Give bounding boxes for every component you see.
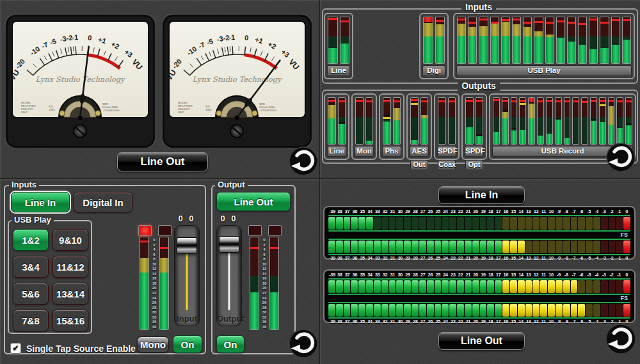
level-meter-bar: [340, 17, 350, 64]
level-meter-bar: [600, 17, 609, 64]
io-control-panel: Inputs Line In Digital In USB Play 1&29&…: [0, 179, 320, 364]
usb-pair-button-15-16[interactable]: 15&16: [52, 310, 88, 331]
level-meter-bar: [338, 97, 346, 145]
level-meter-bar: [511, 97, 518, 145]
level-meter-bar: [599, 97, 606, 145]
bridge-group-aes: AESOut: [406, 93, 432, 160]
level-meter-bar: [589, 17, 598, 64]
bridge-group-sublabel: Coax: [438, 160, 455, 170]
output-fader: Output: [216, 225, 242, 326]
usb-pair-button-13-14[interactable]: 13&14: [52, 283, 88, 305]
line-in-button[interactable]: Line In: [11, 192, 70, 212]
level-meter-bar: [365, 97, 374, 145]
hmeter-segment-bar: [328, 216, 630, 230]
db-scale: 024681012141618202224262830333640: [260, 238, 269, 329]
level-meter-bar: [625, 97, 632, 145]
single-tap-checkbox-label: Single Tap Source Enable: [26, 344, 136, 354]
level-meter-bar: [465, 97, 474, 145]
output-fader-handle[interactable]: [219, 236, 239, 253]
output-fader-label: Output: [217, 314, 241, 324]
usb-pair-button-9-10[interactable]: 9&10: [52, 229, 88, 251]
usb-pair-button-1-2[interactable]: 1&2: [13, 229, 49, 251]
level-meter-bar: [420, 97, 429, 145]
input-fader-label: Input: [175, 314, 199, 324]
hmeter-segment-bar: [328, 280, 630, 294]
svg-text:+7500Ω/1000~: +7500Ω/1000~: [102, 109, 121, 112]
circular-arrow-icon: [288, 328, 319, 359]
level-meter-bar: [393, 97, 401, 145]
fs-label: FS: [620, 232, 628, 238]
output-line-out-button[interactable]: Line Out: [216, 192, 291, 211]
level-meter-bar: [457, 17, 466, 64]
bridge-group-spdf: SPDFOpt: [461, 93, 487, 160]
vu-reset-button[interactable]: [288, 146, 319, 177]
clip-indicator: [248, 225, 262, 236]
bridge-group-digi: Digi: [419, 13, 449, 79]
level-meter-bar: [545, 17, 554, 64]
input-fader-value: 0 0: [174, 214, 200, 223]
level-meter-bar: [622, 17, 631, 64]
level-meter-bar: [564, 97, 571, 145]
usb-pair-button-5-6[interactable]: 5&6: [13, 283, 49, 305]
vu-meter-left: -20-10-7-5-3-2-10+1+2+3VUVULynx Studio T…: [5, 14, 156, 148]
output-group-label: Output: [215, 180, 248, 189]
level-meter-bar: [479, 17, 488, 64]
channel-meter-bar: [269, 237, 279, 330]
level-meter-bar: [438, 97, 446, 145]
level-meter-bar: [590, 97, 597, 145]
usb-pair-button-7-8[interactable]: 7&8: [13, 310, 49, 331]
bridge-group-line: Line: [324, 93, 349, 160]
input-on-button[interactable]: On: [173, 335, 202, 353]
input-fader-handle[interactable]: [177, 237, 197, 254]
level-meter-bar: [537, 97, 544, 145]
level-meter-bar: [502, 97, 509, 145]
level-meter-bar: [410, 97, 419, 145]
hmeter-reset-button[interactable]: [605, 323, 637, 355]
hmeter-line-out-button[interactable]: Line Out: [438, 332, 525, 350]
horizontal-meters-panel: Line In -3938373635343332313029282726252…: [320, 179, 640, 364]
bridge-group-usb-play: USB Play: [453, 13, 635, 79]
bridge-group-label: Phs: [382, 146, 401, 157]
level-meter-bar: [567, 17, 576, 64]
bridge-inputs-title: Inputs: [461, 2, 496, 12]
svg-text:-1: -1: [72, 33, 78, 42]
vu-line-out-button[interactable]: Line Out: [117, 152, 208, 171]
usb-pair-button-3-4[interactable]: 3&4: [13, 256, 49, 278]
bridge-group-label: SPDF: [437, 146, 456, 157]
level-meter-bar: [555, 97, 562, 145]
level-meter-bar: [383, 97, 391, 145]
single-tap-checkbox[interactable]: ✔: [10, 343, 21, 354]
hmeter-scale: -393837363534333231302928272625242322212…: [328, 255, 630, 262]
hmeter-line-in-button[interactable]: Line In: [438, 186, 525, 204]
level-meter-bar: [448, 97, 456, 145]
svg-text:Lynx Studio Technology: Lynx Studio Technology: [35, 75, 125, 84]
inputs-group-label: Inputs: [9, 180, 39, 189]
db-scale: 024681012141618202224262830333640: [150, 238, 159, 329]
bridge-group-sublabel: Out: [410, 160, 428, 170]
level-meter-bar: [578, 17, 587, 64]
line-out-meter-panel: -393837363534333231302928272625242322212…: [323, 269, 636, 323]
clip-indicator: [158, 225, 172, 236]
level-meter-bar: [534, 17, 543, 64]
hmeter-scale: -393837363534333231302928272625242322212…: [328, 209, 630, 215]
hmeter-segment-bar: [328, 240, 630, 254]
mono-button[interactable]: Mono: [137, 336, 169, 352]
bridge-group-mon: Mon: [351, 93, 377, 160]
level-meter-bar: [519, 97, 526, 145]
bridge-reset-button[interactable]: [605, 142, 636, 173]
level-meter-bar: [512, 17, 521, 64]
io-reset-button[interactable]: [288, 328, 319, 359]
usb-pair-button-11-12[interactable]: 11&12: [52, 256, 88, 278]
circular-arrow-icon: [288, 146, 319, 177]
level-meter-bar: [572, 97, 579, 145]
digital-in-button[interactable]: Digital In: [74, 192, 132, 212]
vu-meter-panel: -20-10-7-5-3-2-10+1+2+3VUVULynx Studio T…: [0, 0, 320, 179]
fs-label: FS: [620, 295, 628, 301]
channel-meter-bar: [159, 237, 169, 330]
mixer-window: -20-10-7-5-3-2-10+1+2+3VUVULynx Studio T…: [0, 0, 640, 364]
bridge-group-label: USB Play: [456, 65, 632, 76]
level-meter-bar: [616, 97, 623, 145]
clip-indicator: [138, 225, 152, 236]
output-on-button[interactable]: On: [216, 335, 244, 353]
bridge-group-phs: Phs: [379, 93, 404, 160]
